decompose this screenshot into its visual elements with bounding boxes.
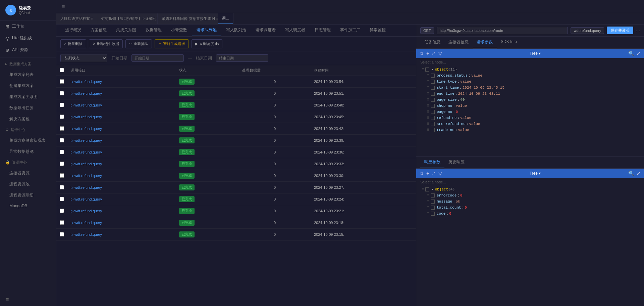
expand-icon[interactable]: ⤢ bbox=[637, 51, 641, 56]
nav-tab-running[interactable]: 运行概况 bbox=[60, 25, 86, 36]
status-filter[interactable]: 队列状态 bbox=[60, 54, 107, 62]
row-api[interactable]: ▷ wdt.refund.query bbox=[67, 205, 176, 217]
res-root-node[interactable]: ⠿ ▾ object {4} bbox=[416, 186, 644, 192]
tab-1[interactable]: 钉钉报销【项目报销类】->金蝶付款单【班西】× bbox=[97, 13, 158, 24]
row-api[interactable]: ▷ wdt.refund.query bbox=[67, 182, 176, 193]
ops-center-group[interactable]: ⚙ 运维中心 bbox=[0, 125, 56, 135]
nav-tab-write-scheduler[interactable]: 写入调度者 bbox=[280, 25, 310, 36]
res-node-checkbox[interactable] bbox=[431, 200, 435, 204]
resource-center-group[interactable]: 🔒 资源中心 bbox=[0, 157, 56, 168]
row-checkbox[interactable] bbox=[56, 193, 67, 205]
panel-tab-task-info[interactable]: 任务信息 bbox=[420, 37, 444, 48]
panel-tab-request-params[interactable]: 请求参数 bbox=[473, 37, 497, 48]
row-checkbox[interactable] bbox=[56, 158, 67, 170]
hamburger-icon[interactable]: ≡ bbox=[59, 0, 67, 13]
request-tree-node[interactable]: ⠿ process_status : value bbox=[416, 73, 644, 79]
row-api[interactable]: ▷ wdt.refund.query bbox=[67, 123, 176, 135]
row-checkbox[interactable] bbox=[56, 76, 67, 88]
row-api[interactable]: ▷ wdt.refund.query bbox=[67, 170, 176, 182]
sidebar-item-solution-list[interactable]: 集成方案列表 bbox=[0, 69, 56, 80]
nav-tab-relation[interactable]: 集成关系图 bbox=[111, 25, 141, 36]
row-checkbox[interactable] bbox=[56, 182, 67, 193]
delete-selected-btn[interactable]: ✕ 删除选中数据 bbox=[89, 39, 123, 48]
node-checkbox[interactable] bbox=[431, 128, 435, 132]
sort-icon[interactable]: ⇅ bbox=[420, 51, 424, 56]
request-tree-node[interactable]: ⠿ start_time : 2024-10-09 23:45:15 bbox=[416, 85, 644, 91]
response-params-tab[interactable]: 响应参数 bbox=[420, 157, 444, 168]
node-checkbox[interactable] bbox=[431, 92, 435, 96]
row-api[interactable]: ▷ wdt.refund.query bbox=[67, 158, 176, 170]
row-api[interactable]: ▷ wdt.refund.query bbox=[67, 135, 176, 146]
nav-tab-solution-info[interactable]: 方案信息 bbox=[86, 25, 111, 36]
row-checkbox[interactable] bbox=[56, 146, 67, 158]
node-checkbox[interactable] bbox=[431, 98, 435, 102]
node-checkbox[interactable] bbox=[431, 80, 435, 84]
response-tree-node[interactable]: ⠿ total_count : 0 bbox=[416, 205, 644, 211]
row-checkbox[interactable] bbox=[56, 135, 67, 146]
response-tree-node[interactable]: ⠿ code : 0 bbox=[416, 211, 644, 217]
row-checkbox[interactable] bbox=[56, 170, 67, 182]
add-icon[interactable]: + bbox=[426, 51, 429, 56]
row-checkbox[interactable] bbox=[56, 123, 67, 135]
row-api[interactable]: ▷ wdt.refund.query bbox=[67, 88, 176, 99]
more-btn[interactable]: ··· bbox=[636, 28, 640, 33]
sidebar-item-connector[interactable]: 连接器资源 bbox=[0, 168, 56, 179]
filter-list-icon[interactable]: ⇌ bbox=[432, 51, 436, 56]
sidebar-item-data-export[interactable]: 数据导出任务 bbox=[0, 102, 56, 114]
request-tree-node[interactable]: ⠿ page_size : 40 bbox=[416, 97, 644, 103]
res-expand-icon[interactable]: ⤢ bbox=[637, 171, 641, 176]
res-search-icon[interactable]: 🔍 bbox=[628, 171, 634, 176]
nav-tab-xiao-qing[interactable]: 小青查数 bbox=[166, 25, 192, 36]
nav-tab-anomaly-monitor[interactable]: 异常监控 bbox=[365, 25, 390, 36]
tab-3[interactable]: 调... bbox=[218, 13, 233, 24]
history-response-tab[interactable]: 历史响应 bbox=[444, 157, 469, 168]
row-api[interactable]: ▷ wdt.refund.query bbox=[67, 76, 176, 88]
nav-tab-request-scheduler[interactable]: 请求调度者 bbox=[251, 25, 280, 36]
row-api[interactable]: ▷ wdt.refund.query bbox=[67, 111, 176, 123]
row-checkbox[interactable] bbox=[56, 217, 67, 229]
node-checkbox[interactable] bbox=[431, 116, 435, 120]
tab-2[interactable]: 采购退料单回传-赛意直接生成-N × bbox=[158, 13, 218, 24]
data-integration-group[interactable]: ▸ 数据集成方案 bbox=[0, 59, 56, 69]
nav-tab-write-queue[interactable]: 写入队列池 bbox=[221, 25, 251, 36]
request-tree-node[interactable]: ⠿ refund_no : value bbox=[416, 115, 644, 121]
save-btn[interactable]: 保存并激活 bbox=[607, 27, 633, 34]
row-api[interactable]: ▷ wdt.refund.query bbox=[67, 217, 176, 229]
tab-0[interactable]: 入旺店通货品档案 × bbox=[56, 13, 97, 24]
row-checkbox[interactable] bbox=[56, 229, 67, 241]
select-all-checkbox[interactable] bbox=[60, 68, 64, 72]
row-checkbox[interactable] bbox=[56, 99, 67, 111]
res-node-checkbox[interactable] bbox=[431, 206, 435, 210]
sidebar-collapse-btn[interactable]: ≡ bbox=[0, 294, 56, 306]
request-tree-node[interactable]: ⠿ shop_no : value bbox=[416, 103, 644, 109]
expand-arrow[interactable]: ▾ bbox=[431, 67, 434, 72]
sidebar-item-api[interactable]: ⊛ API 资源 bbox=[0, 44, 56, 56]
request-tree-node[interactable]: ⠿ trade_no : value bbox=[416, 127, 644, 133]
node-checkbox[interactable] bbox=[431, 86, 435, 90]
nav-tab-event-factory[interactable]: 事件加工厂 bbox=[335, 25, 365, 36]
res-node-checkbox[interactable] bbox=[431, 212, 435, 216]
node-checkbox[interactable] bbox=[431, 74, 435, 78]
node-checkbox[interactable] bbox=[425, 68, 429, 72]
panel-tab-connector-info[interactable]: 连接器信息 bbox=[444, 37, 473, 48]
nav-tab-request-queue[interactable]: 请求队列池 bbox=[192, 25, 221, 36]
sidebar-item-process-detail[interactable]: 进程资源明细 bbox=[0, 190, 56, 201]
requeue-btn[interactable]: ↩ 重新排队 bbox=[125, 39, 152, 48]
schedule-btn[interactable]: ▶ 立刻调度 ds bbox=[192, 39, 223, 48]
sidebar-item-create-solution[interactable]: 创建集成方案 bbox=[0, 80, 56, 91]
start-date-input[interactable] bbox=[131, 54, 184, 62]
res-add-icon[interactable]: + bbox=[426, 171, 429, 176]
res-sort-icon[interactable]: ⇅ bbox=[420, 171, 424, 176]
sidebar-item-solution-package[interactable]: 解决方案包 bbox=[0, 114, 56, 125]
row-api[interactable]: ▷ wdt.refund.query bbox=[67, 229, 176, 241]
request-tree-node[interactable]: ⠿ page_no : 0 bbox=[416, 109, 644, 115]
sidebar-item-lite[interactable]: ◎ Lite 轻集成 bbox=[0, 32, 56, 44]
request-tree-node[interactable]: ⠿ end_time : 2024-10-09 23:48:11 bbox=[416, 91, 644, 97]
funnel-icon[interactable]: ▽ bbox=[438, 51, 442, 56]
res-funnel-icon[interactable]: ▽ bbox=[438, 171, 442, 176]
sidebar-item-solution-relation[interactable]: 集成方案关系图 bbox=[0, 91, 56, 102]
row-api[interactable]: ▷ wdt.refund.query bbox=[67, 193, 176, 205]
sidebar-item-anomaly[interactable]: 异常数据总览 bbox=[0, 146, 56, 157]
batch-delete-btn[interactable]: ○ 批量删除 bbox=[60, 39, 86, 48]
row-api[interactable]: ▷ wdt.refund.query bbox=[67, 99, 176, 111]
